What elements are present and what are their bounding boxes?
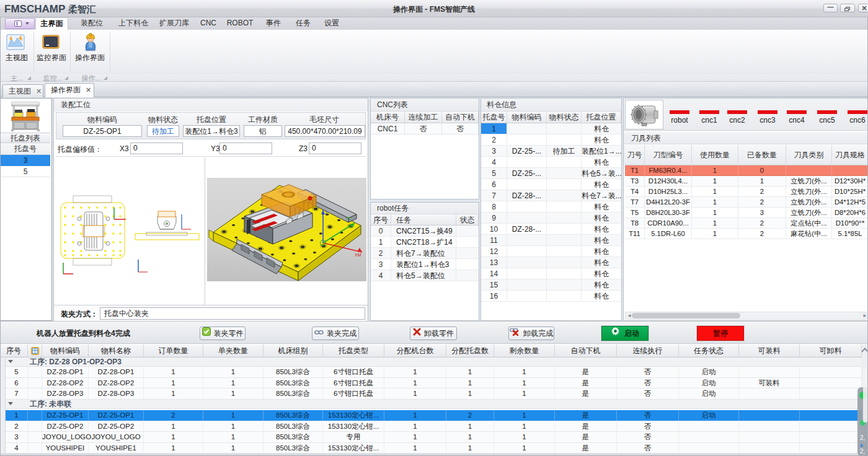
svg-text:XM: XM: [355, 253, 361, 257]
svg-text:Z: Z: [325, 211, 328, 215]
svg-text:YC: YC: [345, 216, 352, 221]
